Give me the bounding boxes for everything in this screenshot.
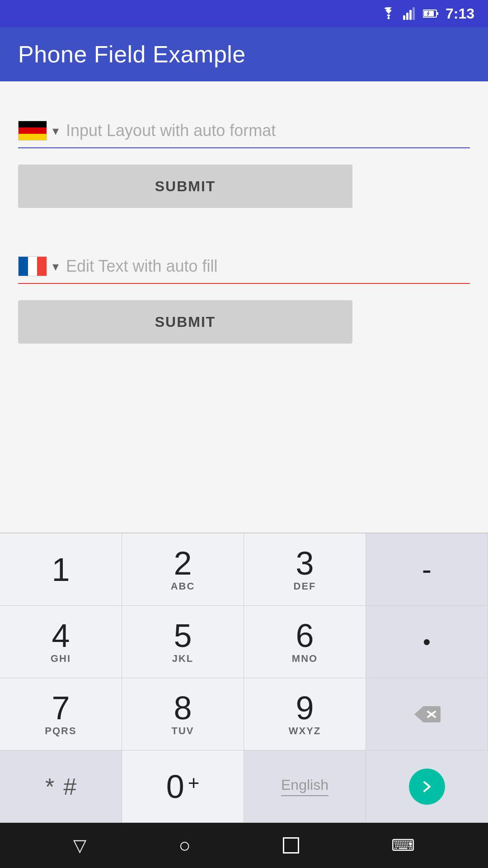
form2: ▾ SUBMIT [18,253,470,344]
key-0-plus[interactable]: 0 + [122,750,244,823]
nav-bar: ▽ ○ ⌨ [0,823,488,868]
dropdown-arrow-2: ▾ [52,259,59,274]
main-content: ▾ SUBMIT ▾ SUBMIT [0,81,488,533]
svg-rect-4 [413,7,415,20]
app-bar-title: Phone Field Example [18,41,246,68]
phone-input-2[interactable] [66,253,470,279]
dropdown-arrow-1: ▾ [52,123,59,138]
svg-rect-2 [406,13,408,20]
country-selector-1[interactable]: ▾ [18,121,66,141]
back-nav-icon[interactable]: ▽ [73,835,86,855]
status-bar: 7:13 [0,0,488,27]
keyboard-nav-icon[interactable]: ⌨ [391,836,415,855]
status-icons: 7:13 [380,5,474,22]
app-bar: Phone Field Example [0,27,488,81]
key-4[interactable]: 4 GHI [0,606,122,678]
submit-button-2[interactable]: SUBMIT [18,300,352,344]
france-flag [18,256,47,276]
key-8[interactable]: 8 TUV [122,678,244,750]
key-next[interactable] [366,750,488,823]
svg-point-0 [387,17,389,19]
key-1[interactable]: 1 [0,533,122,606]
form1: ▾ SUBMIT [18,118,470,208]
key-star-hash[interactable]: * # [0,750,122,823]
key-7[interactable]: 7 PQRS [0,678,122,750]
home-nav-icon[interactable]: ○ [178,834,191,857]
status-time: 7:13 [446,5,474,22]
key-english[interactable]: English [244,750,366,823]
svg-rect-1 [403,15,405,20]
phone-row-1: ▾ [18,118,470,148]
backspace-icon [413,704,441,724]
key-5[interactable]: 5 JKL [122,606,244,678]
key-9[interactable]: 9 WXYZ [244,678,366,750]
key-6[interactable]: 6 MNO [244,606,366,678]
key-2[interactable]: 2 ABC [122,533,244,606]
key-3[interactable]: 3 DEF [244,533,366,606]
recents-nav-icon[interactable] [283,837,299,854]
section-gap [18,208,470,235]
phone-row-2: ▾ [18,253,470,284]
battery-icon [423,9,439,18]
key-dot[interactable]: • [366,606,488,678]
wifi-icon [380,7,397,20]
keyboard-area: 1 2 ABC 3 DEF - 4 GHI 5 JKL 6 MNO • [0,533,488,823]
signal-icon [403,7,417,20]
svg-rect-3 [409,10,412,20]
submit-button-1[interactable]: SUBMIT [18,165,352,208]
keyboard-grid: 1 2 ABC 3 DEF - 4 GHI 5 JKL 6 MNO • [0,533,488,823]
phone-input-1[interactable] [66,118,470,144]
country-selector-2[interactable]: ▾ [18,256,66,276]
next-arrow-icon [418,778,436,796]
germany-flag [18,121,47,141]
key-backspace[interactable] [366,678,488,750]
key-dash[interactable]: - [366,533,488,606]
